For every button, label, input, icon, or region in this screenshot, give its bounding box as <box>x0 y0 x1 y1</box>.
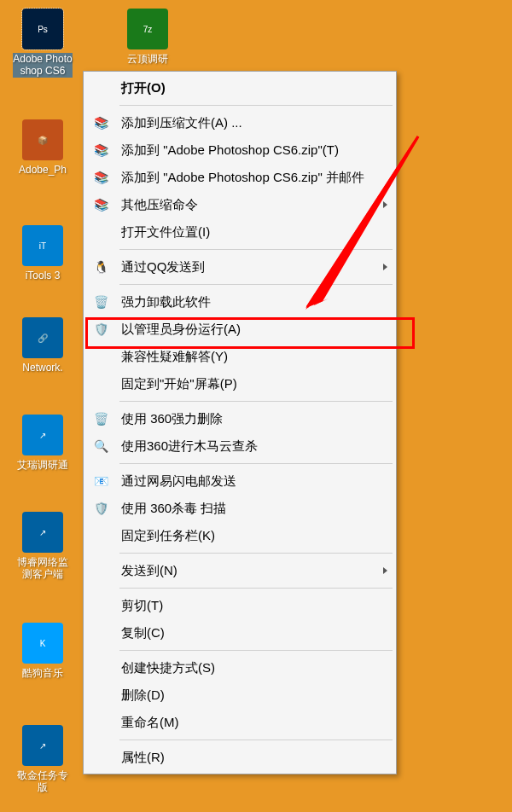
blank-icon <box>90 562 111 579</box>
blank-icon <box>90 714 111 731</box>
menu-item-label: 固定到任务栏(K) <box>121 528 387 544</box>
menu-separator <box>119 105 393 106</box>
desktop-icon-0[interactable]: PsAdobe Photoshop CS6 <box>13 9 73 78</box>
menu-item-22[interactable]: 发送到(N) <box>85 557 394 584</box>
icon-label: 博睿网络监测客户端 <box>13 556 73 581</box>
desktop-icon-3[interactable]: iTiTools 3 <box>13 225 73 281</box>
menu-item-label: 使用360进行木马云查杀 <box>121 438 387 455</box>
menu-item-28[interactable]: 删除(D) <box>85 682 394 709</box>
menu-item-label: 创建快捷方式(S) <box>121 660 387 676</box>
menu-item-27[interactable]: 创建快捷方式(S) <box>85 654 394 682</box>
360scan-icon: 🔍 <box>90 438 111 455</box>
menu-item-label: 发送到(N) <box>121 563 376 579</box>
menu-item-label: 删除(D) <box>121 687 387 704</box>
menu-item-3[interactable]: 📚添加到 "Adobe Photoshop CS6.zip"(T) <box>85 136 394 164</box>
context-menu: 打开(O)📚添加到压缩文件(A) ...📚添加到 "Adobe Photosho… <box>83 71 397 774</box>
icon-label: Network. <box>13 362 73 374</box>
app-icon: 📦 <box>22 119 63 160</box>
icon-label: 艾瑞调研通 <box>13 459 73 471</box>
menu-item-16[interactable]: 🔍使用360进行木马云查杀 <box>85 432 394 460</box>
menu-item-29[interactable]: 重命名(M) <box>85 709 394 736</box>
icon-label: 酷狗音乐 <box>13 667 73 679</box>
menu-item-label: 打开(O) <box>121 80 387 96</box>
360av-icon: 🛡️ <box>90 500 111 517</box>
archive-icon: 📚 <box>90 169 111 186</box>
netease-icon: 📧 <box>90 473 111 490</box>
blank-icon <box>90 659 111 676</box>
menu-item-label: 其他压缩命令 <box>121 197 376 213</box>
menu-separator <box>119 284 393 285</box>
archive-icon: 📚 <box>90 196 111 213</box>
desktop-icon-2[interactable]: 📦Adobe_Ph <box>13 119 73 176</box>
menu-separator <box>119 553 393 554</box>
menu-item-label: 属性(R) <box>121 750 387 766</box>
app-icon: 🔗 <box>22 317 63 358</box>
menu-item-18[interactable]: 📧通过网易闪电邮发送 <box>85 467 394 495</box>
blank-icon <box>90 223 111 241</box>
desktop-icon-6[interactable]: ↗博睿网络监测客户端 <box>13 512 73 581</box>
trash-icon: 🗑️ <box>90 293 111 310</box>
blank-icon <box>90 527 111 544</box>
blank-icon <box>90 597 111 614</box>
icon-label: Adobe Photoshop CS6 <box>13 53 73 78</box>
archive-icon: 📚 <box>90 142 111 159</box>
desktop-icon-5[interactable]: ↗艾瑞调研通 <box>13 415 73 471</box>
menu-item-31[interactable]: 属性(R) <box>85 744 394 771</box>
shield-icon: 🛡️ <box>90 321 111 338</box>
qq-icon: 🐧 <box>90 258 111 276</box>
chevron-right-icon <box>383 567 387 574</box>
menu-item-5[interactable]: 📚其他压缩命令 <box>85 191 394 218</box>
menu-item-label: 添加到 "Adobe Photoshop CS6.zip" 并邮件 <box>121 170 387 186</box>
app-icon: ↗ <box>22 512 63 553</box>
menu-item-24[interactable]: 剪切(T) <box>85 592 394 619</box>
app-icon: Ps <box>22 9 63 49</box>
desktop-icon-4[interactable]: 🔗Network. <box>13 317 73 374</box>
icon-label: 云顶调研 <box>118 53 177 65</box>
app-icon: K <box>22 623 63 664</box>
menu-separator <box>119 401 393 402</box>
360trash-icon: 🗑️ <box>90 410 111 427</box>
blank-icon <box>90 749 111 766</box>
menu-item-label: 剪切(T) <box>121 598 387 614</box>
blank-icon <box>90 687 111 704</box>
desktop-icon-1[interactable]: 7z云顶调研 <box>118 9 177 65</box>
menu-item-4[interactable]: 📚添加到 "Adobe Photoshop CS6.zip" 并邮件 <box>85 164 394 191</box>
menu-separator <box>119 588 393 589</box>
menu-separator <box>119 249 393 250</box>
menu-item-6[interactable]: 打开文件位置(I) <box>85 218 394 246</box>
blank-icon <box>90 79 111 96</box>
menu-separator <box>119 740 393 740</box>
menu-item-13[interactable]: 固定到"开始"屏幕(P) <box>85 370 394 397</box>
menu-item-11[interactable]: 🛡️以管理员身份运行(A) <box>85 316 394 343</box>
menu-item-label: 通过QQ发送到 <box>121 259 376 276</box>
desktop-icon-8[interactable]: ↗敬金任务专版 <box>13 725 73 794</box>
desktop-icon-7[interactable]: K酷狗音乐 <box>13 623 73 679</box>
menu-item-19[interactable]: 🛡️使用 360杀毒 扫描 <box>85 495 394 522</box>
app-icon: 7z <box>127 9 168 49</box>
menu-item-label: 添加到 "Adobe Photoshop CS6.zip"(T) <box>121 142 387 159</box>
menu-item-0[interactable]: 打开(O) <box>85 74 394 102</box>
app-icon: ↗ <box>22 725 63 766</box>
menu-item-label: 使用 360杀毒 扫描 <box>121 501 387 517</box>
menu-item-15[interactable]: 🗑️使用 360强力删除 <box>85 405 394 432</box>
menu-item-label: 复制(C) <box>121 625 387 641</box>
menu-item-label: 以管理员身份运行(A) <box>121 322 387 338</box>
menu-separator <box>119 463 393 464</box>
menu-item-label: 强力卸载此软件 <box>121 294 387 310</box>
app-icon: iT <box>22 225 63 266</box>
menu-item-label: 固定到"开始"屏幕(P) <box>121 376 387 392</box>
app-icon: ↗ <box>22 415 63 455</box>
menu-item-label: 兼容性疑难解答(Y) <box>121 349 387 365</box>
menu-item-label: 重命名(M) <box>121 715 387 731</box>
menu-item-8[interactable]: 🐧通过QQ发送到 <box>85 253 394 281</box>
icon-label: Adobe_Ph <box>13 164 73 176</box>
menu-item-2[interactable]: 📚添加到压缩文件(A) ... <box>85 109 394 136</box>
menu-item-20[interactable]: 固定到任务栏(K) <box>85 522 394 549</box>
blank-icon <box>90 375 111 392</box>
menu-item-label: 通过网易闪电邮发送 <box>121 473 387 490</box>
menu-item-12[interactable]: 兼容性疑难解答(Y) <box>85 343 394 370</box>
chevron-right-icon <box>383 264 387 270</box>
menu-item-10[interactable]: 🗑️强力卸载此软件 <box>85 288 394 316</box>
menu-item-25[interactable]: 复制(C) <box>85 619 394 647</box>
chevron-right-icon <box>383 201 387 208</box>
